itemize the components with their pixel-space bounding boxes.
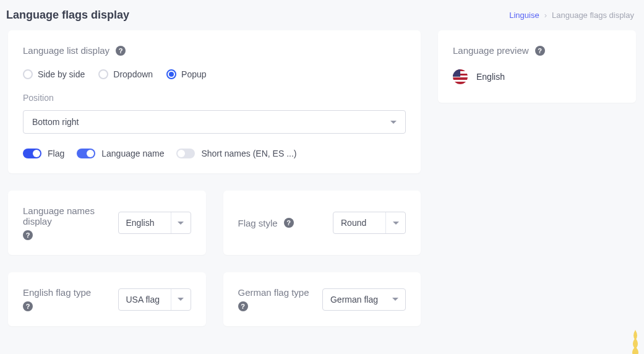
page-header: Language flags display Linguise › Langua… <box>0 0 644 30</box>
radio-dropdown[interactable]: Dropdown <box>98 69 153 79</box>
flag-style-card: Flag style ? Round <box>223 191 421 255</box>
flag-style-select[interactable]: Round <box>333 212 406 234</box>
german-flag-type-label: German flag type ? <box>238 287 309 311</box>
help-icon[interactable]: ? <box>238 301 248 311</box>
radio-icon <box>23 69 33 79</box>
toggle-language-name: Language name <box>77 149 164 158</box>
toggle-label: Short names (EN, ES ...) <box>201 149 296 158</box>
label-text: German flag type <box>238 287 309 298</box>
english-flag-type-select[interactable]: USA flag <box>118 288 191 311</box>
language-names-display-label: Language names display ? <box>23 205 109 240</box>
select-value: Bottom right <box>32 117 79 127</box>
help-icon[interactable]: ? <box>535 46 545 56</box>
toggle-row: Flag Language name Short names (EN, ES .… <box>23 149 406 158</box>
label-text: Flag style <box>238 218 278 228</box>
preview-language-label: English <box>476 72 505 82</box>
language-preview-card: Language preview ? English <box>438 30 636 103</box>
help-icon[interactable]: ? <box>116 46 126 56</box>
language-list-display-card: Language list display ? Side by side Dro… <box>8 30 421 173</box>
select-value: German flag <box>323 289 385 310</box>
language-names-display-card: Language names display ? English <box>8 191 206 255</box>
radio-label: Side by side <box>38 69 85 79</box>
flag-switch[interactable] <box>23 149 41 158</box>
help-icon[interactable]: ? <box>23 301 33 311</box>
help-icon[interactable]: ? <box>23 230 33 240</box>
chevron-down-icon <box>171 212 191 233</box>
chevron-down-icon <box>390 121 397 124</box>
radio-icon <box>166 69 176 79</box>
flag-style-label: Flag style ? <box>238 218 294 228</box>
label-text: Language preview <box>453 45 529 56</box>
radio-icon <box>98 69 108 79</box>
chevron-down-icon <box>385 289 405 310</box>
chevron-down-icon <box>385 212 405 233</box>
german-flag-type-select[interactable]: German flag <box>322 288 406 311</box>
chevron-right-icon: › <box>544 11 547 20</box>
preview-language-item: English <box>453 69 621 84</box>
page-title: Language flags display <box>6 9 129 22</box>
decorative-corner-icon <box>625 329 644 354</box>
english-flag-type-card: English flag type ? USA flag <box>8 272 206 326</box>
breadcrumb-current: Language flags display <box>552 11 634 20</box>
label-text: Language names display <box>23 205 109 227</box>
toggle-short-names: Short names (EN, ES ...) <box>176 149 296 158</box>
toggle-flag: Flag <box>23 149 64 158</box>
language-name-switch[interactable] <box>77 149 95 158</box>
german-flag-type-card: German flag type ? German flag <box>223 272 421 326</box>
select-value: Round <box>333 212 385 233</box>
chevron-down-icon <box>171 289 191 310</box>
radio-label: Popup <box>181 69 206 79</box>
us-flag-icon <box>453 69 468 84</box>
language-list-display-label: Language list display ? <box>23 45 406 56</box>
language-preview-label: Language preview ? <box>453 45 621 56</box>
breadcrumb: Linguise › Language flags display <box>509 11 634 20</box>
radio-side-by-side[interactable]: Side by side <box>23 69 85 79</box>
language-names-display-select[interactable]: English <box>118 212 191 234</box>
radio-label: Dropdown <box>113 69 153 79</box>
breadcrumb-link-linguise[interactable]: Linguise <box>509 11 539 20</box>
toggle-label: Language name <box>101 149 164 158</box>
english-flag-type-label: English flag type ? <box>23 287 91 311</box>
label-text: Language list display <box>23 45 109 56</box>
position-label: Position <box>23 93 406 103</box>
label-text: English flag type <box>23 287 91 298</box>
help-icon[interactable]: ? <box>284 218 294 228</box>
short-names-switch[interactable] <box>176 149 195 158</box>
select-value: English <box>119 212 171 233</box>
select-value: USA flag <box>119 289 171 310</box>
display-mode-radio-group: Side by side Dropdown Popup <box>23 69 406 79</box>
toggle-label: Flag <box>48 149 64 158</box>
radio-popup[interactable]: Popup <box>166 69 206 79</box>
position-select[interactable]: Bottom right <box>23 110 406 134</box>
